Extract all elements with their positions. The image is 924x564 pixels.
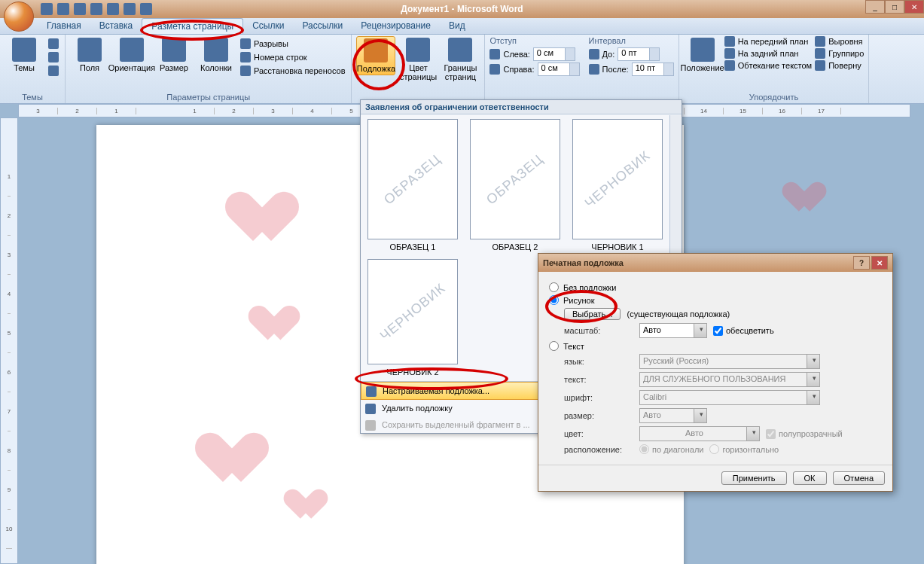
save-icon: [365, 420, 376, 431]
watermark-preset[interactable]: ОБРАЗЕЦОБРАЗЕЦ 1: [365, 119, 460, 252]
printed-watermark-dialog: Печатная подложка ? ✕ Без подложки Рисун…: [538, 253, 893, 492]
bring-front-icon: [724, 36, 735, 47]
minimize-button[interactable]: _: [865, 0, 885, 14]
office-button[interactable]: [4, 2, 34, 32]
line-numbers-icon: [240, 52, 251, 62]
hyphenation-button[interactable]: Расстановка переносов: [239, 65, 346, 77]
theme-colors-button[interactable]: [47, 38, 60, 50]
indent-right-icon: [489, 64, 500, 75]
redo-icon[interactable]: [74, 3, 86, 15]
spacing-after-icon: [589, 64, 599, 75]
page-borders-button[interactable]: Границы страниц: [441, 36, 480, 83]
vertical-ruler[interactable]: 12345678910: [0, 117, 18, 564]
indent-header: Отступ: [489, 36, 579, 45]
dialog-close-button[interactable]: ✕: [871, 256, 888, 270]
select-picture-button[interactable]: Выбрать...: [564, 308, 621, 320]
diagonal-radio: по диагонали: [639, 444, 703, 454]
scale-combo[interactable]: Авто: [639, 323, 707, 338]
tab-home[interactable]: Главная: [38, 18, 90, 34]
indent-left-input[interactable]: 0 см: [533, 47, 575, 61]
window-title: Документ1 - Microsoft Word: [401, 4, 523, 14]
apply-button[interactable]: Применить: [721, 471, 787, 485]
colors-icon: [48, 38, 59, 49]
tab-view[interactable]: Вид: [440, 18, 474, 34]
tab-page-layout[interactable]: Разметка страницы: [142, 18, 243, 34]
page-color-button[interactable]: Цвет страницы: [398, 36, 438, 83]
font-combo: Calibri: [639, 390, 820, 405]
orientation-icon: [120, 38, 144, 62]
spacing-before-input[interactable]: 0 пт: [618, 47, 660, 61]
qat-icon-7[interactable]: [140, 3, 152, 15]
group-page-setup-label: Параметры страницы: [70, 91, 346, 103]
fonts-icon: [48, 52, 59, 62]
hyphenation-icon: [240, 66, 251, 76]
watermark-preset[interactable]: ОБРАЗЕЦОБРАЗЕЦ 2: [468, 119, 563, 252]
tab-references[interactable]: Ссылки: [243, 18, 293, 34]
heart-decoration: [795, 182, 831, 215]
rotate-icon: [815, 60, 825, 71]
close-button[interactable]: ✕: [904, 0, 924, 14]
columns-button[interactable]: Колонки: [197, 36, 236, 74]
help-button[interactable]: ?: [853, 256, 870, 270]
line-numbers-button[interactable]: Номера строк: [239, 51, 346, 63]
picture-watermark-radio[interactable]: Рисунок: [549, 295, 882, 305]
bring-front-button[interactable]: На передний план: [724, 36, 813, 47]
size-icon: [162, 38, 186, 62]
heart-decoration: [264, 306, 306, 344]
qat-icon-6[interactable]: [124, 3, 136, 15]
size-combo: Авто: [639, 408, 707, 423]
tab-mailings[interactable]: Рассылки: [293, 18, 352, 34]
indent-right-input[interactable]: 0 см: [538, 62, 580, 76]
rotate-button[interactable]: Поверну: [815, 60, 864, 71]
theme-fonts-button[interactable]: [47, 51, 60, 63]
ribbon: Темы Темы Поля Ориентация Размер Колонки…: [0, 35, 924, 104]
indent-left-icon: [489, 49, 500, 59]
maximize-button[interactable]: □: [885, 0, 904, 14]
save-icon[interactable]: [41, 3, 53, 15]
send-back-icon: [724, 48, 735, 59]
watermark-icon: [366, 386, 377, 397]
ok-button[interactable]: ОК: [793, 471, 827, 485]
watermark-button[interactable]: Подложка: [356, 36, 395, 75]
theme-effects-button[interactable]: [47, 65, 60, 77]
gallery-header: Заявления об ограничении ответственности: [361, 100, 682, 114]
themes-icon: [12, 38, 36, 62]
group-icon: [815, 48, 825, 59]
breaks-icon: [240, 38, 251, 49]
tab-review[interactable]: Рецензирование: [352, 18, 440, 34]
text-wrap-icon: [724, 60, 735, 71]
horizontal-radio: горизонтально: [709, 444, 779, 454]
watermark-preset[interactable]: ЧЕРНОВИКЧЕРНОВИК 1: [570, 119, 665, 252]
align-icon: [815, 36, 825, 47]
tab-insert[interactable]: Вставка: [90, 18, 142, 34]
preview-icon[interactable]: [107, 3, 119, 15]
dialog-titlebar[interactable]: Печатная подложка ? ✕: [538, 254, 892, 272]
position-button[interactable]: Положение: [684, 36, 721, 74]
title-bar: Документ1 - Microsoft Word _ □ ✕: [0, 0, 924, 18]
breaks-button[interactable]: Разрывы: [239, 38, 346, 50]
no-watermark-radio[interactable]: Без подложки: [549, 282, 882, 292]
text-watermark-radio[interactable]: Текст: [549, 341, 882, 351]
color-combo: Авто: [639, 426, 760, 441]
align-button[interactable]: Выровня: [815, 36, 864, 47]
margins-icon: [78, 38, 102, 62]
size-button[interactable]: Размер: [154, 36, 194, 74]
position-icon: [691, 38, 715, 62]
heart-decoration: [247, 193, 307, 247]
cancel-button[interactable]: Отмена: [833, 471, 885, 485]
undo-icon[interactable]: [57, 3, 69, 15]
group-button[interactable]: Группиро: [815, 48, 864, 59]
watermark-icon: [364, 38, 388, 62]
ribbon-tabs: Главная Вставка Разметка страницы Ссылки…: [0, 18, 924, 35]
orientation-button[interactable]: Ориентация: [112, 36, 151, 74]
margins-button[interactable]: Поля: [70, 36, 109, 74]
print-icon[interactable]: [90, 3, 102, 15]
washout-checkbox[interactable]: обесцветить: [713, 326, 774, 336]
group-themes-label: Темы: [5, 91, 60, 103]
send-back-button[interactable]: На задний план: [724, 48, 813, 59]
text-combo: ДЛЯ СЛУЖЕБНОГО ПОЛЬЗОВАНИЯ: [639, 372, 820, 387]
text-wrap-button[interactable]: Обтекание текстом: [724, 60, 813, 71]
themes-button[interactable]: Темы: [5, 36, 44, 74]
spacing-after-input[interactable]: 10 пт: [632, 62, 674, 76]
watermark-preset[interactable]: ЧЕРНОВИКЧЕРНОВИК 2: [365, 259, 460, 377]
